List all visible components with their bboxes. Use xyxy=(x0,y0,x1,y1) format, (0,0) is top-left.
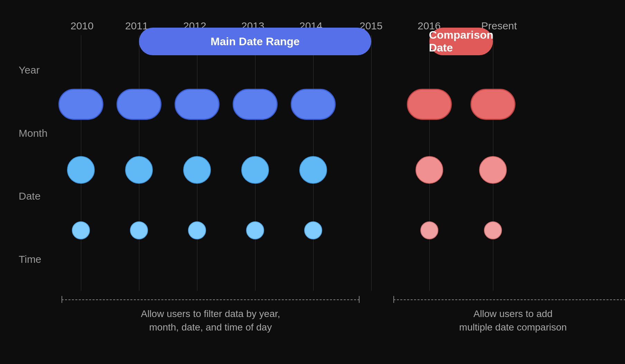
bubble-time-2014 xyxy=(304,221,322,239)
bubble-month-2010 xyxy=(58,89,103,120)
annotation-right: Allow users to addmultiple date comparis… xyxy=(392,293,625,346)
bubble-month-2011 xyxy=(116,89,161,120)
annotation-right-text: Allow users to addmultiple date comparis… xyxy=(459,307,567,334)
row-month: Month xyxy=(19,127,60,139)
bubble-date-present xyxy=(479,156,507,184)
annotation-area: Allow users to filter data by year,month… xyxy=(60,293,606,346)
annotation-gap xyxy=(361,293,382,346)
main-date-range-pill: Main Date Range xyxy=(139,28,371,55)
bubble-month-present xyxy=(470,89,515,120)
bubble-date-2014 xyxy=(299,156,327,184)
comparison-date-pill: Comparison Date xyxy=(429,28,493,55)
bubble-month-2016 xyxy=(407,89,452,120)
bubble-time-2016 xyxy=(420,221,438,239)
bubble-time-present xyxy=(484,221,502,239)
annotation-left-text: Allow users to filter data by year,month… xyxy=(141,307,280,334)
bubble-date-2012 xyxy=(183,156,211,184)
bubble-time-2011 xyxy=(130,221,148,239)
bubble-date-2010 xyxy=(67,156,95,184)
bubble-month-2012 xyxy=(175,89,220,120)
bracket-left xyxy=(60,296,361,303)
bubble-time-2010 xyxy=(72,221,90,239)
grid-area: Main Date Range Comparison Date xyxy=(60,18,606,291)
row-date: Date xyxy=(19,190,60,202)
bracket-right xyxy=(392,296,625,303)
row-labels: Year Month Date Time xyxy=(19,39,60,291)
bubble-time-2012 xyxy=(188,221,206,239)
bubble-date-2011 xyxy=(125,156,153,184)
row-time: Time xyxy=(19,253,60,265)
bubble-date-2013 xyxy=(241,156,269,184)
bubble-month-2013 xyxy=(233,89,278,120)
row-year: Year xyxy=(19,64,60,76)
annotation-left: Allow users to filter data by year,month… xyxy=(60,293,361,346)
grid-line-2015 xyxy=(371,35,372,291)
bubble-time-2013 xyxy=(246,221,264,239)
chart-container: 2010 2011 2012 2013 2014 2015 2016 Prese… xyxy=(19,18,606,346)
bubble-month-2014 xyxy=(291,89,336,120)
bubble-date-2016 xyxy=(416,156,443,184)
